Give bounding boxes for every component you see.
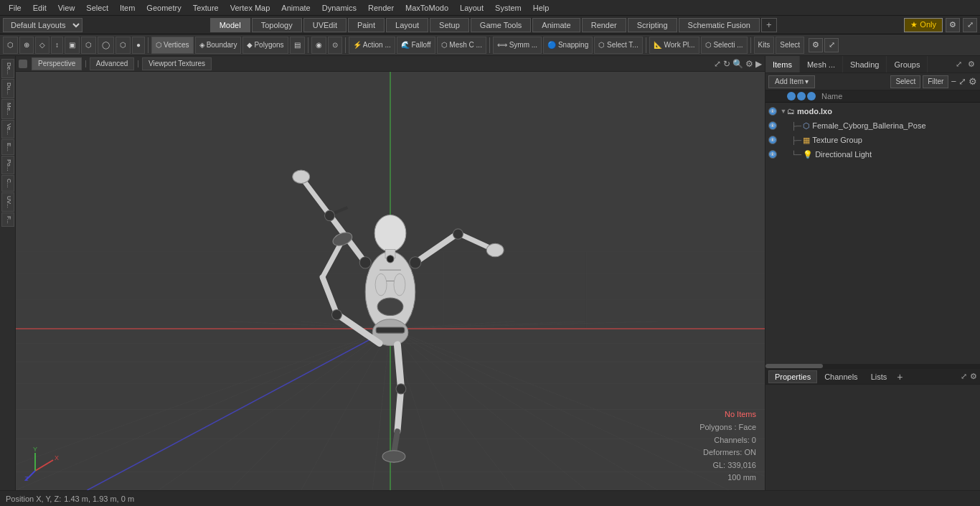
extra-btn-3[interactable]: ⊙ xyxy=(328,37,342,54)
left-tab-uv[interactable]: UV... xyxy=(1,192,14,212)
items-expand-all-btn[interactable]: ⤢ xyxy=(958,76,966,87)
menu-system[interactable]: System xyxy=(489,2,527,14)
vis-header-btn-3[interactable] xyxy=(807,92,816,100)
layout-tab-animate[interactable]: Animate xyxy=(532,18,580,32)
props-tab-properties[interactable]: Properties xyxy=(768,370,817,383)
tool-btn-2[interactable]: ⊕ xyxy=(19,37,34,54)
vis-header-btn-1[interactable] xyxy=(787,92,796,100)
menu-dynamics[interactable]: Dynamics xyxy=(316,2,362,14)
select-btn[interactable]: Select xyxy=(776,37,804,54)
left-tab-me[interactable]: Me... xyxy=(1,99,14,119)
toolbar-expand[interactable]: ⤢ xyxy=(824,38,839,52)
layout-tab-game-tools[interactable]: Game Tools xyxy=(471,18,532,32)
items-options-btn[interactable]: ⚙ xyxy=(966,58,977,70)
menu-item[interactable]: Item xyxy=(114,2,141,14)
left-tab-e[interactable]: E... xyxy=(1,139,14,155)
menu-view[interactable]: View xyxy=(52,2,81,14)
items-settings-btn[interactable]: ⚙ xyxy=(969,76,977,87)
layout-tab-setup[interactable]: Setup xyxy=(430,18,469,32)
left-tab-ve[interactable]: Ve... xyxy=(1,120,14,139)
viewport-icon-expand[interactable]: ▶ xyxy=(755,59,762,69)
falloff-btn[interactable]: 🌊 Falloff xyxy=(397,37,435,54)
menu-texture[interactable]: Texture xyxy=(187,2,225,14)
vis-eye-mesh[interactable]: 👁 xyxy=(768,121,777,130)
menu-select[interactable]: Select xyxy=(80,2,114,14)
items-tab-groups[interactable]: Groups xyxy=(887,56,928,72)
extra-btn-1[interactable]: ▤ xyxy=(290,37,305,54)
menu-animate[interactable]: Animate xyxy=(275,2,316,14)
viewport-tab-perspective[interactable]: Perspective xyxy=(32,57,82,70)
props-settings-btn[interactable]: ⚙ xyxy=(970,372,977,381)
menu-vertex-map[interactable]: Vertex Map xyxy=(225,2,276,14)
3d-viewport[interactable]: X Y Z No Items Polygons : Face Channels:… xyxy=(16,72,765,490)
toolbar-options[interactable]: ⚙ xyxy=(809,38,823,52)
viewport-icon-search[interactable]: 🔍 xyxy=(732,59,743,69)
layout-tab-schematic[interactable]: Schematic Fusion xyxy=(679,18,760,32)
menu-layout[interactable]: Layout xyxy=(454,2,489,14)
left-tab-po[interactable]: Po... xyxy=(1,156,14,174)
viewport-collapse-btn[interactable] xyxy=(19,60,27,68)
layout-tab-uvedit[interactable]: UVEdit xyxy=(303,18,347,32)
props-add-btn[interactable]: + xyxy=(897,371,903,383)
items-list[interactable]: 👁 ▼ 🗂 modo.lxo 👁 ├─ ⬡ Female_Cyborg_Ball… xyxy=(765,103,980,364)
layout-tab-model[interactable]: Model xyxy=(210,18,250,32)
selecti-btn[interactable]: ⬡ Selecti ... xyxy=(701,37,748,54)
polygons-btn[interactable]: ◆ Polygons xyxy=(242,37,288,54)
star-only-btn[interactable]: ★ Only xyxy=(904,18,943,32)
tool-btn-5[interactable]: ▣ xyxy=(65,37,80,54)
menu-edit[interactable]: Edit xyxy=(27,2,52,14)
tool-btn-8[interactable]: ⬡ xyxy=(116,37,131,54)
tool-btn-4[interactable]: ↕ xyxy=(51,37,63,54)
vis-eye-light[interactable]: 👁 xyxy=(768,150,777,159)
filter-btn[interactable]: Filter xyxy=(923,75,948,88)
symm-btn[interactable]: ⟺ Symm ... xyxy=(493,37,542,54)
item-row-light[interactable]: 👁 └─ 💡 Directional Light xyxy=(765,147,980,161)
items-tab-items[interactable]: Items xyxy=(765,56,800,72)
menu-help[interactable]: Help xyxy=(527,2,555,14)
layout-tab-scripting[interactable]: Scripting xyxy=(628,18,677,32)
vertices-btn[interactable]: ⬡ Vertices xyxy=(151,37,194,54)
menu-render[interactable]: Render xyxy=(362,2,400,14)
menu-file[interactable]: File xyxy=(3,2,27,14)
tool-btn-6[interactable]: ⬡ xyxy=(81,37,96,54)
snapping-btn[interactable]: 🔵 Snapping xyxy=(543,37,593,54)
mesh-btn[interactable]: ⬡ Mesh C ... xyxy=(437,37,486,54)
action-btn[interactable]: ⚡ Action ... xyxy=(349,37,395,54)
items-expand-btn[interactable]: ⤢ xyxy=(953,58,964,70)
boundary-btn[interactable]: ◈ Boundary xyxy=(195,37,242,54)
viewport-icon-refresh[interactable]: ↻ xyxy=(723,59,730,69)
layout-options-btn[interactable]: ⚙ xyxy=(946,18,960,32)
props-tab-lists[interactable]: Lists xyxy=(865,371,893,383)
layout-dropdown[interactable]: Default Layouts xyxy=(3,18,83,32)
work-pl-btn[interactable]: 📐 Work Pl... xyxy=(649,37,699,54)
layout-expand-btn[interactable]: ⤢ xyxy=(963,18,977,32)
extra-btn-2[interactable]: ◉ xyxy=(311,37,326,54)
layout-tab-paint[interactable]: Paint xyxy=(348,18,385,32)
select-t-btn[interactable]: ⬡ Select T... xyxy=(594,37,643,54)
select-btn[interactable]: Select xyxy=(890,75,920,88)
viewport-icon-settings[interactable]: ⚙ xyxy=(745,59,753,69)
item-row-root[interactable]: 👁 ▼ 🗂 modo.lxo xyxy=(765,104,980,118)
item-row-texgrp[interactable]: 👁 ├─ ▦ Texture Group xyxy=(765,133,980,147)
tool-btn-3[interactable]: ◇ xyxy=(35,37,50,54)
tool-btn-9[interactable]: ● xyxy=(132,37,145,54)
menu-geometry[interactable]: Geometry xyxy=(141,2,187,14)
items-minus-btn[interactable]: − xyxy=(951,76,956,87)
add-item-btn[interactable]: Add Item ▾ xyxy=(768,75,815,88)
layout-tab-topology[interactable]: Topology xyxy=(252,18,302,32)
layout-tab-add[interactable]: + xyxy=(761,18,777,32)
vis-eye-root[interactable]: 👁 xyxy=(768,107,777,116)
kits-btn[interactable]: Kits xyxy=(754,37,775,54)
menu-maxtomodo[interactable]: MaxToModo xyxy=(400,2,454,14)
viewport-tab-textures[interactable]: Viewport Textures xyxy=(142,57,212,70)
viewport-icon-frame[interactable]: ⤢ xyxy=(714,59,721,69)
left-tab-f[interactable]: F... xyxy=(1,212,14,228)
left-tab-de[interactable]: De... xyxy=(1,59,14,78)
vis-header-btn-2[interactable] xyxy=(797,92,806,100)
vis-eye-texgrp[interactable]: 👁 xyxy=(768,136,777,144)
props-tab-channels[interactable]: Channels xyxy=(819,371,863,383)
left-tab-du[interactable]: Du... xyxy=(1,79,14,98)
tool-select-mode[interactable]: ⬡ xyxy=(3,37,18,54)
item-row-mesh[interactable]: 👁 ├─ ⬡ Female_Cyborg_Ballerina_Pose xyxy=(765,118,980,133)
left-tab-c[interactable]: C... xyxy=(1,175,14,191)
